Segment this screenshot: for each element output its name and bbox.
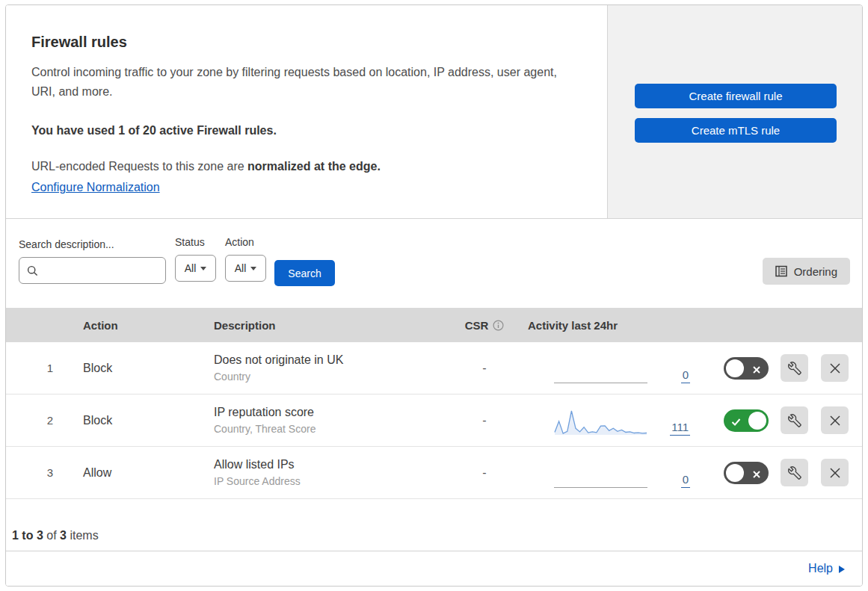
rule-activity-cell: 111 [522,406,701,436]
intro-card: Firewall rules Control incoming traffic … [6,5,608,218]
search-button[interactable]: Search [274,260,335,286]
pagination-summary: 1 to 3 of 3 items [6,499,862,551]
arrow-right-icon [839,566,845,573]
rule-fields: Country, Threat Score [214,423,447,435]
rule-csr: - [482,466,486,480]
rule-csr: - [482,414,486,427]
rule-priority: 3 [47,466,58,479]
status-label: Status [175,236,216,248]
close-icon [829,415,841,427]
rule-fields: IP Source Address [214,475,447,487]
toggle-knob [726,464,744,482]
toggle-off-x-icon [752,468,761,482]
rule-action: Block [58,414,208,427]
firewall-rules-panel: Firewall rules Control incoming traffic … [5,4,863,587]
action-label: Action [225,236,266,248]
wrench-icon [788,414,801,427]
activity-flatline [554,356,647,383]
wrench-icon [788,362,801,375]
toggle-off-x-icon [752,364,761,377]
configure-normalization-link[interactable]: Configure Normalization [31,181,160,194]
toggle-on-check-icon [731,416,741,430]
ordering-button[interactable]: Ordering [763,258,850,285]
delete-rule-button[interactable] [821,354,849,382]
page-title: Firewall rules [31,34,577,51]
status-filter-group: Status All [175,236,216,282]
wrench-icon [788,466,801,480]
search-label: Search description... [19,238,166,250]
enable-toggle[interactable] [724,409,769,432]
action-dropdown[interactable]: All [225,255,266,282]
rule-priority: 1 [47,362,58,374]
filter-bar: Search description... Status All Action … [6,219,862,308]
total-text: 3 [60,529,67,542]
edit-rule-button[interactable] [781,459,808,486]
normalization-bold-text: normalized at the edge. [247,160,381,173]
delete-rule-button[interactable] [821,406,849,434]
edit-rule-button[interactable] [781,406,808,434]
close-icon [829,467,841,479]
list-document-icon [775,265,787,277]
search-group: Search description... [19,238,166,284]
search-field[interactable] [19,257,166,284]
table-row: 1 Block Does not originate in UK Country… [6,342,862,394]
chevron-down-icon [200,267,206,270]
items-text: items [70,529,98,542]
rule-fields: Country [214,371,447,383]
activity-count-link[interactable]: 0 [681,473,690,488]
search-input[interactable] [44,264,158,277]
ordering-button-label: Ordering [794,265,837,278]
help-link-label: Help [808,562,833,575]
rule-csr: - [482,362,486,375]
status-dropdown-value: All [185,262,197,274]
rule-action: Allow [58,466,208,480]
column-header-csr: CSR [465,319,505,332]
table-row: 2 Block IP reputation score Country, Thr… [6,394,862,447]
normalization-note: URL-encoded Requests to this zone are no… [31,160,577,173]
rule-activity-cell: 0 [522,458,701,488]
rule-description-cell: IP reputation score Country, Threat Scor… [208,406,447,435]
status-dropdown[interactable]: All [175,255,216,282]
column-header-description: Description [208,319,447,332]
activity-sparkline [554,409,647,436]
help-link[interactable]: Help [808,562,845,575]
rule-action: Block [58,362,208,375]
column-header-action: Action [58,319,208,332]
activity-count-link[interactable]: 0 [681,368,690,383]
of-text: of [46,529,56,542]
rule-description-cell: Does not originate in UK Country [208,353,447,383]
search-icon [27,265,38,276]
edit-rule-button[interactable] [781,354,808,382]
toggle-knob [748,412,766,430]
csr-header-label: CSR [465,319,489,332]
rule-description: Allow listed IPs [214,458,447,471]
page-description: Control incoming traffic to your zone by… [31,63,566,102]
rule-activity-cell: 0 [522,353,701,383]
delete-rule-button[interactable] [821,459,849,486]
rule-toggle-cell [724,462,769,484]
rule-actions-cell [769,354,862,382]
action-dropdown-value: All [235,262,247,274]
create-firewall-rule-button[interactable]: Create firewall rule [635,84,837,108]
close-icon [829,362,841,374]
rule-description: IP reputation score [214,406,447,419]
rule-actions-cell [769,406,862,434]
info-icon[interactable] [493,320,504,331]
rule-priority: 2 [47,414,58,427]
toggle-knob [726,359,744,377]
activity-count-link[interactable]: 111 [670,421,690,436]
usage-summary: You have used 1 of 20 active Firewall ru… [31,124,577,137]
normalization-text: URL-encoded Requests to this zone are [31,160,247,173]
enable-toggle[interactable] [724,357,769,380]
range-text: 1 to 3 [12,529,43,542]
activity-flatline [554,461,647,488]
table-header: Action Description CSR Activity last 24h… [6,308,862,342]
rule-actions-cell [769,459,862,486]
rule-toggle-cell [724,409,769,432]
actions-panel: Create firewall rule Create mTLS rule [608,5,862,218]
enable-toggle[interactable] [724,462,769,484]
column-header-activity: Activity last 24hr [522,319,701,332]
help-bar: Help [6,551,862,586]
create-mtls-rule-button[interactable]: Create mTLS rule [635,118,837,143]
chevron-down-icon [250,267,256,270]
